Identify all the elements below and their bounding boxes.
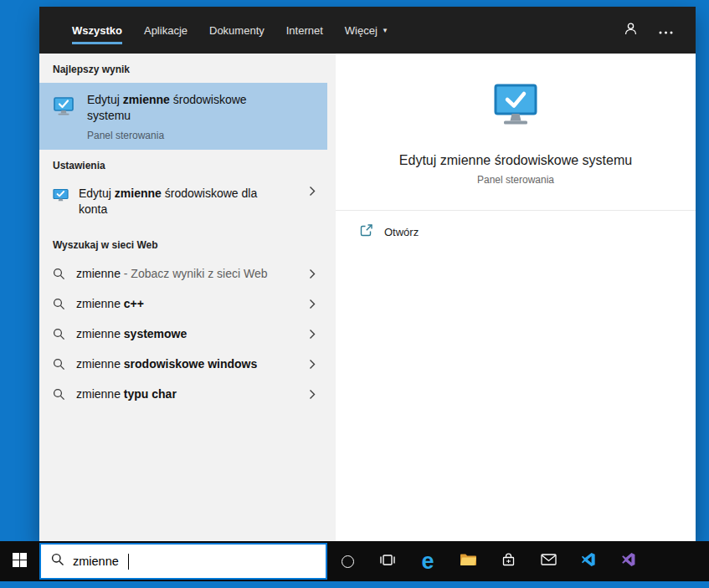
best-match-title: Edytuj zmienne środowiskowe systemu: [87, 92, 263, 124]
taskbar: zmienne e: [0, 541, 709, 581]
cortana-icon: [342, 555, 354, 568]
section-header-best-match: Najlepszy wynik: [39, 54, 327, 83]
preview-pane: Edytuj zmienne środowiskowe systemu Pane…: [336, 54, 696, 541]
suggestion-text: zmienne systemowe: [76, 327, 187, 340]
web-suggestion-item[interactable]: zmienne typu char: [39, 379, 327, 409]
tab-wiecej[interactable]: Więcej ▾: [334, 7, 398, 54]
suggestion-query: zmienne: [76, 297, 124, 310]
chevron-right-icon[interactable]: [302, 299, 316, 309]
suggestion-query: zmienne: [76, 327, 124, 340]
web-suggestion-item[interactable]: zmienne systemowe: [39, 319, 327, 349]
tab-dokumenty[interactable]: Dokumenty: [198, 7, 275, 54]
tab-label: Wszystko: [72, 24, 122, 37]
web-suggestion-item[interactable]: zmienne - Zobacz wyniki z sieci Web: [39, 258, 327, 289]
preview-title: Edytuj zmienne środowiskowe systemu: [336, 153, 696, 168]
suggestion-text: zmienne c++: [76, 297, 144, 310]
task-view-icon: [379, 554, 396, 570]
search-icon: [53, 298, 65, 310]
edge-icon: e: [421, 550, 434, 573]
search-icon: [53, 388, 65, 401]
suggestion-text: zmienne typu char: [76, 387, 177, 401]
cortana-button[interactable]: [327, 541, 367, 581]
tab-label: Aplikacje: [144, 24, 188, 37]
search-icon: [53, 328, 65, 340]
search-icon: [53, 358, 65, 371]
tabs: Wszystko Aplikacje Dokumenty Internet Wi…: [61, 7, 398, 54]
folder-icon: [460, 553, 477, 570]
search-flyout: Wszystko Aplikacje Dokumenty Internet Wi…: [39, 7, 696, 541]
open-action[interactable]: Otwórz: [336, 211, 696, 253]
mail-button[interactable]: [528, 541, 568, 581]
chevron-right-icon[interactable]: [302, 268, 316, 279]
suggestion-completion: systemowe: [124, 327, 187, 340]
search-icon: [51, 553, 64, 570]
tab-label: Więcej: [345, 24, 378, 37]
chevron-right-icon[interactable]: [302, 389, 316, 400]
chevron-down-icon: ▾: [383, 27, 388, 34]
best-match-text: Edytuj zmienne środowiskowe systemu Pane…: [87, 92, 263, 141]
chevron-right-icon[interactable]: [302, 186, 316, 197]
vscode-icon: [581, 552, 596, 570]
task-view-button[interactable]: [367, 541, 408, 581]
vscode-button[interactable]: [568, 541, 609, 581]
tab-label: Dokumenty: [209, 24, 265, 37]
topbar-actions: [617, 7, 696, 54]
suggestion-query: zmienne: [76, 387, 124, 401]
settings-result-title: Edytuj zmienne środowiskowe dla konta: [79, 186, 271, 217]
start-button[interactable]: [0, 541, 39, 581]
visual-studio-button[interactable]: [609, 541, 649, 581]
web-suggestion-item[interactable]: zmienne srodowiskowe windows: [39, 349, 327, 379]
suggestion-query: zmienne: [76, 357, 124, 371]
title-pre: Edytuj: [87, 93, 123, 106]
visual-studio-icon: [621, 552, 636, 570]
panel-gutter: [327, 54, 336, 541]
search-content: Najlepszy wynik Edytuj zmienne środowisk…: [39, 54, 696, 541]
store-bag-icon: [501, 553, 516, 570]
suggestion-completion: c++: [124, 297, 144, 310]
tab-internet[interactable]: Internet: [275, 7, 334, 54]
taskbar-search-box[interactable]: zmienne: [39, 543, 327, 580]
web-suggestion-item[interactable]: zmienne c++: [39, 289, 327, 319]
suggestion-completion: typu char: [124, 387, 177, 401]
file-explorer-button[interactable]: [448, 541, 488, 581]
title-match: zmienne: [123, 93, 170, 106]
section-header-settings: Ustawienia: [39, 150, 327, 179]
search-input-text: zmienne: [73, 555, 119, 568]
title-pre: Edytuj: [79, 187, 115, 200]
results-panel: Najlepszy wynik Edytuj zmienne środowisk…: [39, 54, 327, 541]
tab-aplikacje[interactable]: Aplikacje: [133, 7, 198, 54]
settings-env-variables-icon: [53, 188, 69, 206]
search-icon: [53, 268, 65, 280]
account-button[interactable]: [617, 17, 644, 43]
suggestion-suffix: - Zobacz wyniki z sieci Web: [121, 267, 268, 280]
mail-envelope-icon: [541, 554, 557, 569]
windows-logo-icon: [13, 553, 27, 570]
chevron-right-icon[interactable]: [302, 359, 316, 370]
suggestion-text: zmienne - Zobacz wyniki z sieci Web: [76, 267, 268, 280]
desktop: { "icons": { "dropdown": "▾", "edge": "e…: [0, 0, 709, 588]
more-options-button[interactable]: [652, 17, 679, 43]
preview-subtitle: Panel sterowania: [336, 174, 696, 186]
open-launch-icon: [359, 223, 373, 240]
user-account-icon: [624, 22, 638, 39]
preview-app-icon: [336, 84, 696, 132]
title-match: zmienne: [115, 187, 162, 200]
env-variables-app-icon: [53, 95, 74, 120]
preview-header: Edytuj zmienne środowiskowe systemu Pane…: [336, 54, 696, 186]
chevron-right-icon[interactable]: [302, 329, 316, 340]
suggestion-text: zmienne srodowiskowe windows: [76, 357, 257, 371]
edge-button[interactable]: e: [408, 541, 448, 581]
settings-result-item[interactable]: Edytuj zmienne środowiskowe dla konta: [39, 179, 327, 226]
search-tabs-bar: Wszystko Aplikacje Dokumenty Internet Wi…: [39, 7, 696, 54]
text-caret: [128, 554, 130, 570]
best-match-item[interactable]: Edytuj zmienne środowiskowe systemu Pane…: [39, 83, 327, 150]
tab-wszystko[interactable]: Wszystko: [61, 7, 133, 54]
ellipsis-icon: [659, 23, 673, 38]
tab-label: Internet: [286, 24, 323, 37]
store-button[interactable]: [488, 541, 528, 581]
section-header-web-search: Wyszukaj w sieci Web: [39, 226, 327, 258]
suggestion-completion: srodowiskowe windows: [124, 357, 257, 371]
topbar-spacer: [398, 7, 617, 54]
open-label: Otwórz: [384, 226, 419, 238]
suggestion-query: zmienne: [76, 267, 121, 280]
